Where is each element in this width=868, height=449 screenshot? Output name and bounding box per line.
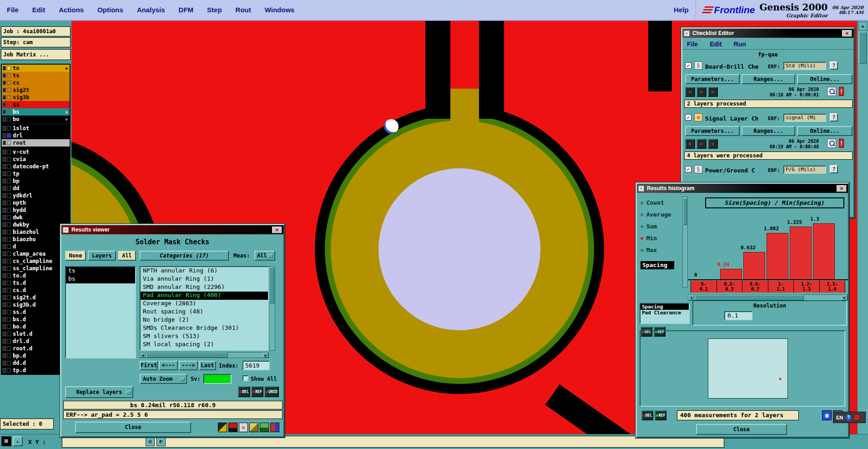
results-viewer-titlebar[interactable]: ✕ Results viewer ✕: [61, 225, 283, 234]
layer-context-toggle[interactable]: [3, 133, 6, 138]
layer-context-toggle[interactable]: [3, 252, 6, 256]
layer-context-toggle[interactable]: [3, 157, 6, 161]
erf-value[interactable]: P/G (Mils): [783, 166, 826, 174]
pan-view-icon[interactable]: [260, 423, 269, 432]
results-map-icon[interactable]: [685, 87, 695, 97]
replace-layers-button[interactable]: Replace layers: [65, 386, 133, 398]
layer-color-swatch[interactable]: [7, 230, 11, 234]
scroll-up-icon[interactable]: ▲: [858, 22, 867, 30]
checklist-titlebar[interactable]: ✕ Checklist Editor ✕: [682, 29, 853, 38]
layer-row-bp.d[interactable]: bp.d: [2, 352, 70, 359]
layer-row-tp[interactable]: tp: [2, 170, 70, 177]
layer-row-sig3b[interactable]: sig3b: [2, 94, 70, 101]
layer-row-rout.d[interactable]: rout.d: [2, 345, 70, 352]
overlay-view-icon[interactable]: [218, 423, 227, 432]
reference-button[interactable]: REF: [655, 410, 666, 420]
layer-context-toggle[interactable]: [3, 88, 6, 92]
category-h-scrollbar[interactable]: ◀ ▶: [140, 352, 269, 358]
delete-measure-button[interactable]: DEL: [238, 386, 250, 397]
layer-context-toggle[interactable]: [3, 95, 6, 100]
layer-color-swatch[interactable]: [7, 237, 11, 242]
layer-row-tp.d[interactable]: tp.d: [2, 367, 70, 374]
layer-row-cs[interactable]: cs: [2, 79, 70, 86]
layer-row-bs.d[interactable]: bs.d: [2, 316, 70, 323]
layer-color-swatch[interactable]: [7, 252, 11, 256]
layer-color-swatch[interactable]: [7, 164, 11, 169]
category-item[interactable]: SMDs Clearance Bridge (301): [141, 324, 268, 333]
layer-context-toggle[interactable]: [3, 164, 6, 169]
parameters-button[interactable]: Parameters...: [685, 74, 740, 84]
layer-context-toggle[interactable]: [3, 303, 6, 307]
layer-row-sig3b.d[interactable]: sig3b.d: [2, 301, 70, 308]
ime-icon[interactable]: [854, 414, 860, 420]
language-bar[interactable]: EN ?: [833, 412, 866, 423]
category-item[interactable]: NPTH annular Ring (6): [141, 267, 268, 275]
layer-color-swatch[interactable]: [7, 126, 11, 131]
scroll-left-icon[interactable]: ◀: [688, 295, 694, 300]
close-view-icon[interactable]: ✕: [239, 423, 248, 432]
show-all-checkbox[interactable]: [242, 375, 248, 381]
layer-row-clamp_area[interactable]: clamp_area: [2, 250, 70, 257]
layer-color-swatch[interactable]: [7, 368, 11, 373]
help-button[interactable]: ?: [830, 61, 838, 70]
layer-color-swatch[interactable]: [7, 141, 11, 145]
layer-row-d[interactable]: d: [2, 243, 70, 250]
layer-color-swatch[interactable]: [7, 266, 11, 271]
category-item[interactable]: Coverage (2863): [141, 300, 268, 308]
category-item[interactable]: Rout spacing (48): [141, 308, 268, 316]
layer-color-swatch[interactable]: [7, 73, 11, 78]
sv-color-swatch[interactable]: [203, 374, 232, 384]
stat-min[interactable]: ◆Min: [641, 232, 681, 244]
layer-context-toggle[interactable]: [3, 346, 6, 351]
results-view-icon[interactable]: [708, 87, 718, 97]
layer-context-toggle[interactable]: [3, 110, 6, 114]
layer-row-to.d[interactable]: to.d: [2, 272, 70, 279]
layer-color-swatch[interactable]: [7, 110, 11, 114]
units-toggle-icon[interactable]: ◩: [156, 437, 166, 446]
layer-context-toggle[interactable]: [3, 266, 6, 271]
delete-measure-button[interactable]: DEL: [641, 410, 653, 420]
layer-row-drl[interactable]: drl: [2, 132, 70, 139]
filter-none-button[interactable]: None: [65, 251, 86, 261]
layer-row-ts.d[interactable]: ts.d: [2, 279, 70, 287]
layer-color-swatch[interactable]: [7, 317, 11, 322]
category-item[interactable]: SMD annular Ring (2296): [141, 283, 268, 292]
layer-color-swatch[interactable]: [7, 281, 11, 285]
results-list-icon[interactable]: [696, 87, 707, 97]
layer-row-biaozhu[interactable]: biaozhu: [2, 236, 70, 243]
layer-row-drl.d[interactable]: drl.d: [2, 338, 70, 345]
layer-context-toggle[interactable]: [3, 117, 6, 121]
layer-color-swatch[interactable]: [7, 117, 11, 121]
layer-color-swatch[interactable]: [7, 353, 11, 358]
layer-context-toggle[interactable]: [3, 222, 6, 227]
layer-row-dwkby[interactable]: dwkby: [2, 221, 70, 228]
close-icon[interactable]: ✕: [842, 30, 852, 37]
layer-context-toggle[interactable]: [3, 179, 6, 183]
layer-color-swatch[interactable]: [7, 259, 11, 263]
close-button[interactable]: Close: [696, 424, 787, 435]
mode-selected[interactable]: Spacing: [641, 261, 674, 269]
chart-h-scrollbar[interactable]: ◀ ▶: [688, 294, 848, 301]
category-item[interactable]: Via annular Ring (1): [141, 275, 268, 283]
layer-context-toggle[interactable]: [3, 281, 6, 285]
layer-row-cvia[interactable]: cvia: [2, 156, 70, 163]
layer-color-swatch[interactable]: [7, 303, 11, 307]
grid-icon[interactable]: ✛: [13, 436, 23, 446]
layer-context-toggle[interactable]: [3, 172, 6, 176]
filter-all-button[interactable]: All: [118, 251, 136, 261]
close-icon[interactable]: ✕: [272, 227, 282, 233]
nav-prev-button[interactable]: <---: [159, 361, 178, 370]
menu-actions[interactable]: Actions: [52, 0, 91, 20]
layer-row-bp[interactable]: bp: [2, 177, 70, 185]
viewer-layer-item[interactable]: ts: [66, 267, 135, 275]
tile-view-icon[interactable]: [249, 423, 258, 432]
results-view-icon[interactable]: [708, 139, 718, 149]
stat-max[interactable]: ◇Max: [641, 244, 681, 256]
help-button[interactable]: ?: [830, 165, 838, 173]
layer-row-biaozhul[interactable]: biaozhul: [2, 228, 70, 236]
close-icon[interactable]: ✕: [837, 185, 847, 192]
snap-toggle-icon[interactable]: ▤: [146, 437, 155, 446]
menu-dfm[interactable]: DFM: [172, 0, 201, 20]
menu-run[interactable]: Run: [734, 40, 746, 48]
menu-analysis[interactable]: Analysis: [130, 0, 172, 20]
